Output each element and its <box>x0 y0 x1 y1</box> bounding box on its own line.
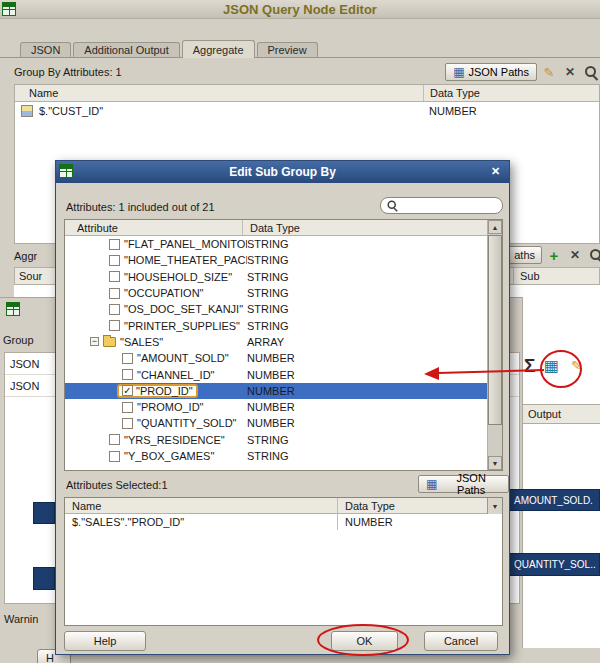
tree-row[interactable]: "OS_DOC_SET_KANJI"STRING <box>65 301 489 317</box>
add-icon[interactable]: + <box>545 246 563 264</box>
column-header-data-type[interactable]: Data Type <box>337 498 395 513</box>
close-icon[interactable]: ✕ <box>488 164 503 179</box>
search-icon[interactable] <box>587 246 600 264</box>
tree-row[interactable]: ✓"PROD_ID"NUMBER <box>65 383 489 399</box>
checkbox[interactable] <box>109 239 120 250</box>
json-paths-button[interactable]: ▦ JSON Paths <box>418 475 509 493</box>
column-header-data-type[interactable]: Data Type <box>242 220 300 235</box>
attribute-icon <box>21 105 33 117</box>
column-dropdown-icon[interactable]: ▼ <box>487 498 502 514</box>
delete-icon[interactable]: ✕ <box>561 63 579 81</box>
tree-row-label: "SALES" <box>120 336 163 348</box>
tree-row-attribute-cell: "Y_BOX_GAMES" <box>65 448 247 464</box>
sub-group-by-icon[interactable]: ▦ <box>542 357 560 375</box>
tree-row[interactable]: "PROMO_ID"NUMBER <box>65 399 489 415</box>
tab-aggregate[interactable]: Aggregate <box>182 40 255 58</box>
ok-button[interactable]: OK <box>331 631 398 651</box>
attribute-filter-input[interactable] <box>400 200 495 212</box>
tree-row-type: STRING <box>247 432 289 448</box>
tree-row-type: STRING <box>247 301 289 317</box>
tree-row[interactable]: "FLAT_PANEL_MONITOR"STRING <box>65 236 489 252</box>
scroll-down-icon[interactable]: ▼ <box>488 456 502 470</box>
tree-row-type: STRING <box>247 317 289 333</box>
tree-row-label: "PROMO_ID" <box>137 401 203 413</box>
search-icon <box>387 200 399 212</box>
tree-row-attribute-cell: −"SALES" <box>65 334 247 350</box>
mapping-bar-partial[interactable] <box>33 567 55 590</box>
tab-preview[interactable]: Preview <box>257 42 318 57</box>
tab-json[interactable]: JSON <box>20 42 71 57</box>
selected-attribute-row[interactable]: $."SALES"."PROD_ID" NUMBER <box>65 514 502 530</box>
tree-row-attribute-cell: ✓"PROD_ID" <box>65 383 247 399</box>
scroll-up-icon[interactable]: ▲ <box>488 220 502 234</box>
tree-row-attribute-cell: "YRS_RESIDENCE" <box>65 432 247 448</box>
tree-row-type: STRING <box>247 285 289 301</box>
checkbox[interactable] <box>122 402 133 413</box>
tree-row-attribute-cell: "HOME_THEATER_PACKAG <box>65 252 247 268</box>
tree-row[interactable]: "CHANNEL_ID"NUMBER <box>65 366 489 382</box>
selected-attributes-table: Name Data Type ▼ $."SALES"."PROD_ID" NUM… <box>64 497 503 626</box>
checkbox[interactable] <box>109 434 120 445</box>
tree-row-label: "HOUSEHOLD_SIZE" <box>124 271 232 283</box>
vertical-scrollbar[interactable]: ▲ ▼ <box>487 220 502 470</box>
help-button[interactable]: Help <box>64 631 146 651</box>
tree-row-label: "OS_DOC_SET_KANJI" <box>124 303 243 315</box>
dialog-title: Edit Sub Group By <box>229 165 336 179</box>
attribute-tree-table: Attribute Data Type "FLAT_PANEL_MONITOR"… <box>64 219 503 471</box>
checkbox[interactable] <box>109 255 120 266</box>
tree-row-attribute-cell: "FLAT_PANEL_MONITOR" <box>65 236 247 252</box>
group-by-row[interactable]: $."CUST_ID" NUMBER <box>15 102 599 119</box>
checkbox[interactable] <box>109 271 120 282</box>
tree-row[interactable]: "HOME_THEATER_PACKAGSTRING <box>65 252 489 268</box>
tree-row[interactable]: "PRINTER_SUPPLIES"STRING <box>65 317 489 333</box>
edit-icon[interactable]: ✎ <box>567 357 585 375</box>
warnings-label-partial: Warnin <box>4 613 38 625</box>
output-attribute-bar-quantity-sold[interactable]: QUANTITY_SOL.. <box>505 553 600 576</box>
cancel-button[interactable]: Cancel <box>424 631 498 651</box>
window-title: JSON Query Node Editor <box>223 2 377 17</box>
tree-row[interactable]: "YRS_RESIDENCE"STRING <box>65 432 489 448</box>
tree-row[interactable]: −"SALES"ARRAY <box>65 334 489 350</box>
edit-sub-group-by-dialog: Edit Sub Group By ✕ Attributes: 1 includ… <box>55 160 510 655</box>
json-paths-button[interactable]: ▦ JSON Paths <box>445 63 537 81</box>
output-attribute-bar-amount-sold[interactable]: AMOUNT_SOLD. <box>505 489 600 511</box>
tab-additional-output[interactable]: Additional Output <box>73 42 179 57</box>
checkbox[interactable] <box>109 320 120 331</box>
checkbox[interactable] <box>122 418 133 429</box>
tree-row[interactable]: "QUANTITY_SOLD"NUMBER <box>65 415 489 431</box>
tree-row-attribute-cell: "PRINTER_SUPPLIES" <box>65 317 247 333</box>
tree-row[interactable]: "HOUSEHOLD_SIZE"STRING <box>65 269 489 285</box>
collapse-icon[interactable]: − <box>90 337 99 346</box>
json-paths-icon: ▦ <box>453 66 464 78</box>
checkbox[interactable] <box>109 451 120 462</box>
tree-row-label: "QUANTITY_SOLD" <box>137 417 237 429</box>
attribute-search-box[interactable] <box>380 197 503 214</box>
tree-row[interactable]: "OCCUPATION"STRING <box>65 285 489 301</box>
checkbox[interactable] <box>122 353 133 364</box>
aggregate-sigma-icon[interactable]: Σ <box>524 356 535 375</box>
checkbox[interactable] <box>109 304 120 315</box>
tree-row[interactable]: "Y_BOX_GAMES"STRING <box>65 448 489 464</box>
selected-table-header: Name Data Type ▼ <box>65 498 502 514</box>
json-query-node-editor-window: JSON Query Node Editor JSON Additional O… <box>0 0 600 663</box>
checkbox[interactable]: ✓ <box>122 385 133 396</box>
dialog-titlebar[interactable]: Edit Sub Group By ✕ <box>56 161 509 183</box>
column-header-name[interactable]: Name <box>15 87 58 99</box>
delete-icon[interactable]: ✕ <box>566 246 584 264</box>
column-header-sub-partial[interactable]: Sub <box>513 268 540 284</box>
json-paths-label: JSON Paths <box>468 66 529 78</box>
magnifier-glyph <box>589 248 600 263</box>
column-header-data-type[interactable]: Data Type <box>423 85 480 101</box>
search-icon[interactable] <box>582 63 600 81</box>
column-header-source-partial[interactable]: Sour <box>15 270 42 282</box>
tree-row-label: "FLAT_PANEL_MONITOR" <box>124 238 247 250</box>
column-header-attribute[interactable]: Attribute <box>65 222 118 234</box>
checkbox[interactable] <box>122 369 133 380</box>
mapping-bar-partial[interactable] <box>33 502 55 524</box>
checkbox[interactable] <box>109 288 120 299</box>
edit-icon[interactable]: ✎ <box>540 63 558 81</box>
scrollbar-thumb[interactable] <box>488 235 502 425</box>
column-header-name[interactable]: Name <box>65 500 101 512</box>
tree-row[interactable]: "AMOUNT_SOLD"NUMBER <box>65 350 489 366</box>
tree-row-attribute-cell: "QUANTITY_SOLD" <box>65 415 247 431</box>
